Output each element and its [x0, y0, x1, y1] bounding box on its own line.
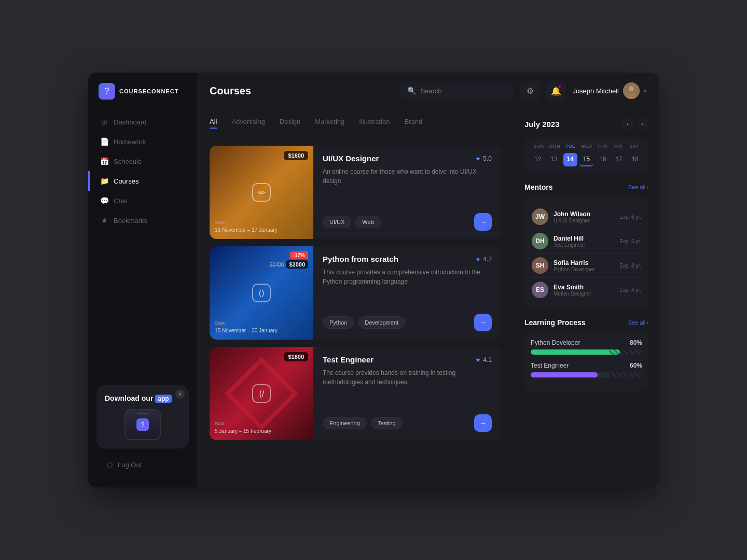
main-content: Courses 🔍 ⚙ 🔔 Joseph Mitchell: [197, 73, 659, 487]
learning-progress-item: Python Developer 80%: [531, 339, 642, 355]
tag: Web: [355, 216, 380, 228]
mentor-avatar: JW: [532, 208, 548, 225]
course-image: $1600 ✏ Start:15 November – 17 January: [210, 146, 313, 239]
mentors-title: Mentors: [524, 183, 552, 191]
tab-brand[interactable]: Brand: [405, 118, 423, 129]
course-start: Start:15 November – 17 January: [215, 219, 278, 234]
tab-illustration[interactable]: Illustration: [359, 118, 390, 129]
nav-label-chat: Chat: [114, 197, 128, 205]
courses-panel: AllAdvertisingDesignMarketingIllustratio…: [197, 109, 514, 487]
mentor-experience: Exp. 5 yr.: [619, 239, 641, 244]
calendar-date[interactable]: 13: [547, 153, 561, 166]
tab-marketing[interactable]: Marketing: [315, 118, 344, 129]
rating-value: 4.7: [483, 256, 492, 263]
promo-text: Download our app: [105, 394, 181, 404]
progress-label-row: Test Engineer 60%: [531, 362, 642, 369]
progress-name: Python Developer: [531, 339, 580, 346]
tag: Engineering: [323, 417, 367, 429]
course-go-button[interactable]: →: [474, 414, 492, 432]
course-card-header: UI/UX Designer ★ 5.0: [323, 154, 492, 163]
search-input[interactable]: [420, 87, 507, 95]
mentors-section-header: Mentors See all ›: [524, 183, 648, 191]
calendar-date[interactable]: 12: [531, 153, 545, 166]
course-card-header: Test Engineer ★ 4.1: [323, 355, 492, 364]
course-go-button[interactable]: →: [474, 314, 492, 331]
app-logo-icon: ?: [99, 83, 115, 100]
calendar-date[interactable]: 16: [596, 153, 610, 166]
course-go-button[interactable]: →: [474, 213, 492, 231]
nav-label-schedule: Schedule: [114, 158, 142, 165]
cal-day-label: FRI: [611, 144, 627, 149]
course-icon-overlay: ⟨/: [252, 384, 271, 403]
chevron-down-icon[interactable]: ▾: [644, 88, 646, 94]
mentor-name: Eva Smith: [554, 284, 614, 291]
mentor-avatar: ES: [532, 282, 548, 298]
mentor-item: ES Eva Smith Motion Designer Exp. 4 yr.: [532, 278, 641, 302]
tabs: AllAdvertisingDesignMarketingIllustratio…: [210, 109, 501, 137]
price-badge: $1800: [284, 352, 308, 361]
schedule-icon: 📅: [100, 157, 108, 165]
calendar-next-button[interactable]: ›: [636, 118, 648, 130]
mentor-experience: Exp. 6 yr.: [619, 214, 641, 220]
course-description: An online course for those who want to d…: [323, 167, 492, 186]
filter-button[interactable]: ⚙: [520, 81, 540, 101]
calendar-date[interactable]: 15: [579, 153, 593, 166]
learning-see-all[interactable]: See all ›: [628, 319, 648, 326]
tab-advertising[interactable]: Advertising: [231, 118, 265, 129]
course-description: The course provides hands-on training in…: [323, 368, 492, 387]
logout-button[interactable]: ⬡ Log Out: [96, 453, 189, 477]
chat-icon: 💬: [100, 197, 108, 205]
course-title: UI/UX Designer: [323, 154, 379, 163]
course-footer: UI/UXWeb →: [323, 213, 492, 231]
course-rating: ★ 4.7: [475, 256, 492, 263]
logout-icon: ⬡: [107, 461, 113, 469]
course-footer: EngineeringTesting →: [323, 414, 492, 432]
user-info: Joseph Mitchell ▾: [572, 82, 646, 99]
calendar-date[interactable]: 14: [563, 153, 577, 166]
calendar-title: July 2023: [524, 120, 560, 129]
promo-close-button[interactable]: ×: [175, 389, 185, 399]
course-icon-overlay: ✏: [252, 183, 271, 202]
cal-day-label: TUE: [562, 144, 578, 149]
sidebar-bottom: × Download our app ? ⬡ Log Out: [88, 385, 197, 477]
progress-bar-fill: [531, 372, 598, 377]
phone-mockup: ?: [125, 409, 161, 440]
mentor-avatar: DH: [532, 233, 548, 249]
nav-label-courses: Courses: [114, 177, 139, 185]
sidebar: ? COURSECONNECT ⊞Dashboard📄Homework📅Sche…: [88, 73, 197, 487]
discount-label: -17%: [290, 251, 308, 259]
calendar-days-header: SUNMONTUEWEDTHUFRISAT: [531, 144, 642, 149]
star-icon: ★: [475, 356, 481, 363]
course-icon-overlay: ⟨⟩: [252, 284, 271, 302]
tag: Development: [358, 316, 405, 329]
course-card-test: $1800 ⟨/ Start:5 January – 15 February T…: [210, 347, 501, 440]
mentor-name: Sofia Harris: [554, 259, 614, 267]
learning-progress-item: Test Engineer 60%: [531, 362, 642, 377]
content-area: AllAdvertisingDesignMarketingIllustratio…: [197, 109, 659, 487]
search-box[interactable]: 🔍: [400, 82, 514, 99]
mentors-see-all[interactable]: See all ›: [628, 184, 648, 190]
calendar-date[interactable]: 17: [612, 153, 626, 166]
sidebar-item-dashboard[interactable]: ⊞Dashboard: [88, 112, 197, 132]
cal-day-label: WED: [578, 144, 594, 149]
sidebar-nav: ⊞Dashboard📄Homework📅Schedule📁Courses💬Cha…: [88, 112, 197, 230]
progress-bar-bg: [531, 349, 642, 355]
calendar-nav: ‹ ›: [621, 118, 648, 130]
tab-all[interactable]: All: [210, 118, 217, 129]
sidebar-item-chat[interactable]: 💬Chat: [88, 191, 197, 211]
learning-list: Python Developer 80% Test Engineer 60%: [524, 333, 648, 391]
cal-day-label: SUN: [531, 144, 547, 149]
mentor-name: Daniel Hill: [554, 235, 614, 242]
sidebar-item-schedule[interactable]: 📅Schedule: [88, 151, 197, 171]
mentor-info: Daniel Hill Test Engineer: [554, 235, 614, 248]
calendar-date[interactable]: 18: [628, 153, 642, 166]
progress-name: Test Engineer: [531, 362, 569, 369]
course-image: -17% $2400 $2000 ⟨⟩ Start:15 November – …: [210, 246, 313, 340]
sidebar-item-homework[interactable]: 📄Homework: [88, 132, 197, 151]
course-rating: ★ 5.0: [475, 155, 492, 162]
sidebar-item-bookmarks[interactable]: ★Bookmarks: [88, 211, 197, 230]
calendar-prev-button[interactable]: ‹: [621, 118, 634, 130]
notifications-button[interactable]: 🔔: [546, 81, 566, 101]
sidebar-item-courses[interactable]: 📁Courses: [88, 171, 197, 191]
tab-design[interactable]: Design: [280, 118, 300, 129]
